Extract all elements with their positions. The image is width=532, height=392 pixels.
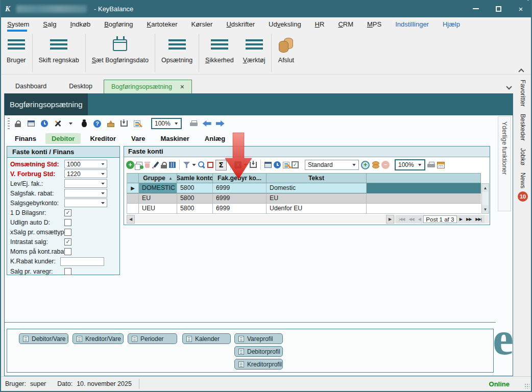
field-checkbox[interactable]: ✓ xyxy=(64,238,71,246)
table-cell[interactable]: 6999 xyxy=(213,204,267,214)
button-debitorprofil[interactable]: Debitorprofil xyxy=(234,346,283,357)
view-tab-vare[interactable]: Vare xyxy=(125,133,151,144)
view-tab-kreditor[interactable]: Kreditor xyxy=(84,133,122,144)
tools-icon[interactable] xyxy=(54,120,61,127)
table-cell[interactable]: DOMESTIC xyxy=(139,183,177,193)
field-checkbox[interactable] xyxy=(64,268,71,275)
scroll-up-icon[interactable]: ▲ xyxy=(482,184,489,192)
table-icon[interactable] xyxy=(264,162,272,168)
column-header-gruppe[interactable]: Gruppe▲ xyxy=(139,173,177,183)
table-cell[interactable]: 6999 xyxy=(213,183,267,193)
plus-circle-icon[interactable]: + xyxy=(361,161,370,169)
ribbon-button-skift-regnskab[interactable]: Skift regnskab xyxy=(34,32,84,74)
button-debitor-vare-bog[interactable]: Debitor/Vare Bog xyxy=(19,333,68,344)
checkbox-icon[interactable]: ✓ xyxy=(292,161,299,168)
coins-icon[interactable] xyxy=(372,161,379,169)
table-icon[interactable] xyxy=(28,120,35,127)
column-header-samle-konto[interactable]: Samle konto xyxy=(177,173,213,183)
menu-item-indstillinger[interactable]: Indstillinger xyxy=(395,17,429,32)
table-cell[interactable]: 5800 xyxy=(177,183,213,193)
caret-icon[interactable] xyxy=(192,164,196,166)
menu-item-bogføring[interactable]: Bogføring xyxy=(104,17,133,32)
close-button[interactable]: × xyxy=(510,0,532,17)
view-tab-finans[interactable]: Finans xyxy=(9,133,42,144)
field-dropdown[interactable] xyxy=(64,189,107,198)
field-dropdown[interactable]: 1220 xyxy=(64,169,107,178)
marquee-icon[interactable] xyxy=(207,162,213,168)
scroll-down-icon[interactable]: ▼ xyxy=(482,205,489,213)
caret-icon[interactable] xyxy=(244,164,248,166)
search-icon[interactable] xyxy=(198,161,205,168)
bug-icon[interactable] xyxy=(82,121,87,127)
excel-icon[interactable]: x xyxy=(234,161,241,168)
pager-forward-icon[interactable]: ▶▶| xyxy=(474,217,482,222)
menu-item-crm[interactable]: CRM xyxy=(338,17,353,32)
menu-item-indkøb[interactable]: Indkøb xyxy=(70,17,90,32)
field-checkbox[interactable] xyxy=(64,219,71,226)
pager-forward-icon[interactable]: ▶▶ xyxy=(465,217,473,222)
calendar-grid-icon[interactable] xyxy=(437,162,445,168)
menu-item-salg[interactable]: Salg xyxy=(43,17,56,32)
button-vareprofil[interactable]: Vareprofil xyxy=(234,333,283,344)
table-cell[interactable]: EU xyxy=(267,193,367,204)
side-tab-news[interactable]: News xyxy=(519,173,526,188)
table-cell[interactable]: Domestic xyxy=(267,183,367,193)
view-tab-anlæg[interactable]: Anlæg xyxy=(199,133,231,144)
column-header-fak-gebyr-ko-[interactable]: Fak.gebyr ko... xyxy=(213,173,267,183)
menu-item-kartoteker[interactable]: Kartoteker xyxy=(147,17,178,32)
menu-item-mps[interactable]: MPS xyxy=(367,17,381,32)
pager-back-icon[interactable]: |◀◀ xyxy=(397,217,406,222)
menu-item-hr[interactable]: HR xyxy=(315,17,325,32)
grid-zoom-select[interactable]: 100% xyxy=(395,159,425,170)
archive-icon[interactable] xyxy=(107,120,114,127)
minimize-button[interactable] xyxy=(465,0,487,17)
menu-item-hjælp[interactable]: Hjælp xyxy=(443,17,460,32)
table-cell[interactable]: UEU xyxy=(139,204,177,214)
help-icon[interactable]: ? xyxy=(93,120,101,128)
lock-icon[interactable] xyxy=(161,162,167,168)
menu-item-kørsler[interactable]: Kørsler xyxy=(191,17,213,32)
scroll-right-icon[interactable]: ▶ xyxy=(386,215,394,224)
field-dropdown[interactable] xyxy=(64,199,107,207)
edit-icon[interactable] xyxy=(283,162,289,168)
table-cell[interactable]: Udenfor EU xyxy=(267,204,367,214)
copy-icon[interactable] xyxy=(136,162,142,168)
grip-icon[interactable] xyxy=(8,118,10,129)
pager-back-icon[interactable]: ◀ xyxy=(417,217,422,222)
tab-bogf-ringsops-tning[interactable]: Bogføringsopsætning× xyxy=(104,80,192,93)
table-cell[interactable]: 6999 xyxy=(213,193,267,204)
field-dropdown[interactable]: 1000 xyxy=(64,160,107,168)
field-dropdown[interactable] xyxy=(64,179,107,188)
pager-back-icon[interactable]: ◀◀ xyxy=(407,217,415,222)
filter-icon[interactable] xyxy=(183,162,190,168)
layout-preset-select[interactable]: Standard xyxy=(305,160,359,170)
printer-icon[interactable] xyxy=(427,162,435,168)
clock-icon[interactable] xyxy=(41,120,48,127)
scroll-left-icon[interactable]: ◀ xyxy=(127,215,135,224)
import-icon[interactable] xyxy=(120,120,128,127)
button-kalender[interactable]: Kalender xyxy=(182,333,231,344)
ribbon-button-afslut[interactable]: Afslut xyxy=(273,32,299,74)
pager-forward-icon[interactable]: ▶ xyxy=(458,217,464,222)
field-text-input[interactable] xyxy=(60,257,104,266)
button-kreditorprofil[interactable]: Kreditorprofil xyxy=(234,359,283,370)
table-row[interactable]: EU58006999EU xyxy=(127,193,481,204)
side-tab-jobkø[interactable]: Jobkø xyxy=(519,148,526,165)
caret-icon[interactable] xyxy=(69,122,73,125)
side-tab-favoritter[interactable]: Favoritter xyxy=(519,80,526,107)
view-tab-debitor[interactable]: Debitor xyxy=(45,133,81,144)
ribbon-button-s-t-bogf-ringsdato[interactable]: Sæt Bogføringsdato xyxy=(87,32,153,74)
minus-circle-icon[interactable]: – xyxy=(381,161,390,169)
export-icon[interactable] xyxy=(250,162,257,168)
table-cell[interactable]: EU xyxy=(139,193,177,204)
view-tab-maskiner[interactable]: Maskiner xyxy=(154,133,195,144)
tab-dashboard[interactable]: Dashboard xyxy=(4,80,58,93)
horizontal-scrollbar[interactable] xyxy=(135,215,386,224)
tab-desktop[interactable]: Desktop xyxy=(58,80,104,93)
zoom-select[interactable]: 100% xyxy=(151,118,182,129)
close-tab-icon[interactable]: × xyxy=(180,83,184,90)
ribbon-button-v-rkt-j[interactable]: Værktøj xyxy=(238,32,270,74)
printer-icon[interactable] xyxy=(190,120,198,127)
field-checkbox[interactable]: ✓ xyxy=(64,209,71,216)
menu-item-udveksling[interactable]: Udveksling xyxy=(269,17,301,32)
